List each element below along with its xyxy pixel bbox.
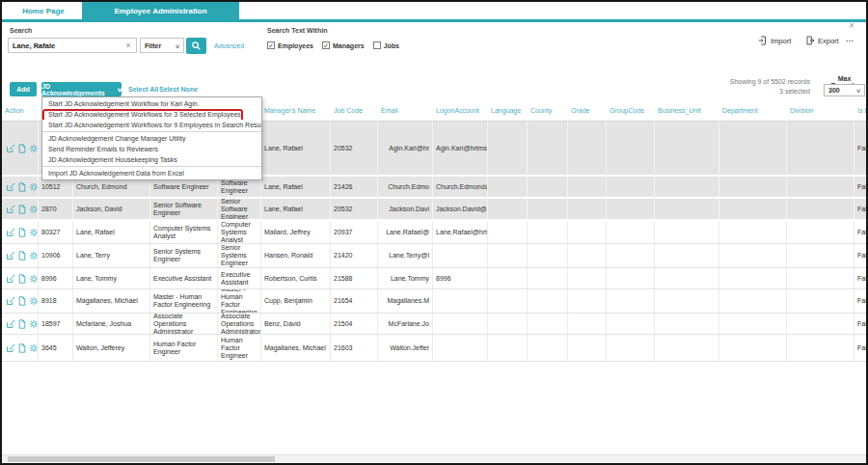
checked-checkbox-icon[interactable]: ✓ [267, 41, 275, 49]
advanced-link[interactable]: Advanced [214, 42, 244, 49]
column-header-division[interactable]: Division [787, 99, 854, 121]
document-icon[interactable] [17, 274, 27, 284]
cell-manager-name: Benz, David [261, 314, 331, 334]
jd-acknowledgements-menu-button[interactable]: JD Acknowledgements ∨ [41, 82, 122, 96]
gear-icon[interactable] [29, 144, 39, 153]
cell-is-locked: False [854, 335, 866, 361]
checked-checkbox-icon[interactable]: ✓ [322, 41, 330, 49]
gear-icon[interactable] [29, 274, 39, 284]
edit-icon[interactable] [6, 251, 15, 260]
column-header-language[interactable]: Language [488, 99, 528, 121]
menu-item[interactable]: Start JD Acknowledgement Workflows for 9… [42, 120, 261, 130]
edit-icon[interactable] [6, 205, 15, 214]
cell-grade [568, 199, 607, 219]
document-icon[interactable] [17, 343, 27, 353]
gear-icon[interactable] [29, 182, 39, 192]
unchecked-checkbox-icon[interactable] [373, 41, 381, 49]
action-cell [2, 199, 39, 219]
cell-department [719, 244, 787, 267]
document-icon[interactable] [17, 182, 27, 192]
document-icon[interactable] [17, 319, 27, 329]
column-header-county[interactable]: County [528, 99, 568, 121]
import-button[interactable]: Import [758, 36, 791, 45]
table-row[interactable]: 10906Lane, TerrySenior Systems EngineerS… [2, 244, 866, 268]
column-header-is-locked[interactable]: Is Lo [854, 99, 866, 121]
document-icon[interactable] [17, 228, 27, 237]
cell-job-title: Senior Software Engineer [150, 199, 218, 219]
cell-job-title: Computer Systems Analyst [150, 221, 218, 243]
edit-icon[interactable] [6, 144, 15, 153]
checkbox-employees[interactable]: ✓Employees [267, 41, 313, 49]
gear-icon[interactable] [29, 319, 39, 329]
cell-manager-name: Lane, Rafael [261, 177, 331, 197]
menu-item[interactable]: Import JD Acknowledgement Data from Exce… [42, 168, 261, 178]
column-header-job-code[interactable]: Job Code [331, 99, 378, 121]
edit-icon[interactable] [6, 296, 15, 306]
import-icon [758, 36, 768, 45]
edit-icon[interactable] [6, 343, 15, 353]
edit-icon[interactable] [6, 274, 15, 284]
menu-item[interactable]: Send Reminder Emails to Reviewers [42, 144, 261, 154]
filter-dropdown[interactable]: Filter ∨ [140, 38, 184, 53]
more-options-button[interactable]: ... [846, 35, 854, 43]
document-icon[interactable] [17, 296, 27, 306]
column-header-business-unit[interactable]: Business_Unit [655, 99, 719, 121]
tab-employee-administration[interactable]: Employee Administration [82, 2, 239, 19]
edit-icon[interactable] [6, 228, 15, 237]
menu-item[interactable]: JD Acknowledgement Housekeeping Tasks [42, 154, 261, 165]
menu-item[interactable]: Start JD Acknowledgement Workflow for Ka… [42, 98, 261, 109]
table-row[interactable]: 80327Lane, RafaelComputer Systems Analys… [2, 221, 866, 244]
cell-job-code: 21426 [331, 177, 378, 197]
cell-employee-id: 8996 [39, 268, 73, 288]
table-row[interactable]: 8996Lane, TommyExecutive AssistantExecut… [2, 268, 866, 289]
cell-language [488, 199, 528, 219]
cell-name: Lane, Rafael [73, 221, 150, 243]
search-button[interactable] [186, 38, 206, 54]
column-header-group-code[interactable]: GroupCode [607, 99, 655, 121]
document-icon[interactable] [17, 251, 27, 260]
gear-icon[interactable] [29, 251, 39, 260]
max-records-dropdown[interactable]: 300 ∨ [824, 84, 865, 96]
column-header-logon-account[interactable]: LogonAccount [433, 99, 488, 121]
table-row[interactable]: 2870Jackson, DavidSenior Software Engine… [2, 199, 866, 221]
cell-manager-name: Hansen, Ronald [261, 244, 331, 267]
column-header-email[interactable]: Email [378, 99, 433, 121]
tab-home-page[interactable]: Home Page [8, 2, 79, 19]
gear-icon[interactable] [29, 296, 39, 306]
cell-manager-name: Mallard, Jeffrey [261, 221, 331, 243]
export-button[interactable]: Export [805, 36, 839, 45]
cell-job-code: 21588 [331, 268, 378, 288]
column-header-action[interactable]: Action [2, 99, 39, 121]
horizontal-scrollbar-thumb[interactable] [8, 456, 275, 462]
table-row[interactable]: 8918Magallanes, MichaelMaster - Human Fa… [2, 289, 866, 314]
edit-icon[interactable] [6, 182, 15, 192]
cell-is-locked: False [854, 177, 866, 197]
document-icon[interactable] [17, 205, 27, 214]
menu-item[interactable]: JD Acknowledgement Change Manager Utilit… [42, 133, 261, 144]
search-input[interactable] [9, 40, 122, 51]
document-icon[interactable] [17, 144, 27, 153]
menu-item-highlighted[interactable]: Start JD Acknowledgement Workflows for 3… [42, 109, 261, 120]
cell-division [787, 221, 854, 243]
column-header-manager-name[interactable]: Manager's Name [261, 99, 331, 121]
edit-icon[interactable] [6, 319, 15, 329]
clear-search-icon[interactable]: × [122, 40, 134, 51]
cell-language [488, 268, 528, 288]
close-icon[interactable]: × [845, 20, 858, 32]
column-header-grade[interactable]: Grade [568, 99, 607, 121]
cell-job-code: 21504 [331, 314, 378, 334]
cell-business-unit [655, 199, 719, 219]
select-all-link[interactable]: Select All [128, 86, 158, 93]
checkbox-jobs[interactable]: Jobs [373, 41, 399, 49]
table-row[interactable]: 18597Mcfarlane, JoshuaAssociate Operatio… [2, 314, 866, 335]
add-button[interactable]: Add [10, 82, 37, 96]
column-header-department[interactable]: Department [719, 99, 787, 121]
gear-icon[interactable] [29, 205, 39, 214]
gear-icon[interactable] [29, 343, 39, 353]
checkbox-managers[interactable]: ✓Managers [322, 41, 365, 49]
select-none-link[interactable]: Select None [159, 86, 198, 93]
horizontal-scrollbar[interactable] [2, 454, 866, 462]
gear-icon[interactable] [29, 228, 39, 237]
cell-logon-account: Agin.Kari@hrtms.c [433, 122, 488, 175]
table-row[interactable]: 3645Walton, JeffereyHuman Factor Enginee… [2, 335, 866, 362]
